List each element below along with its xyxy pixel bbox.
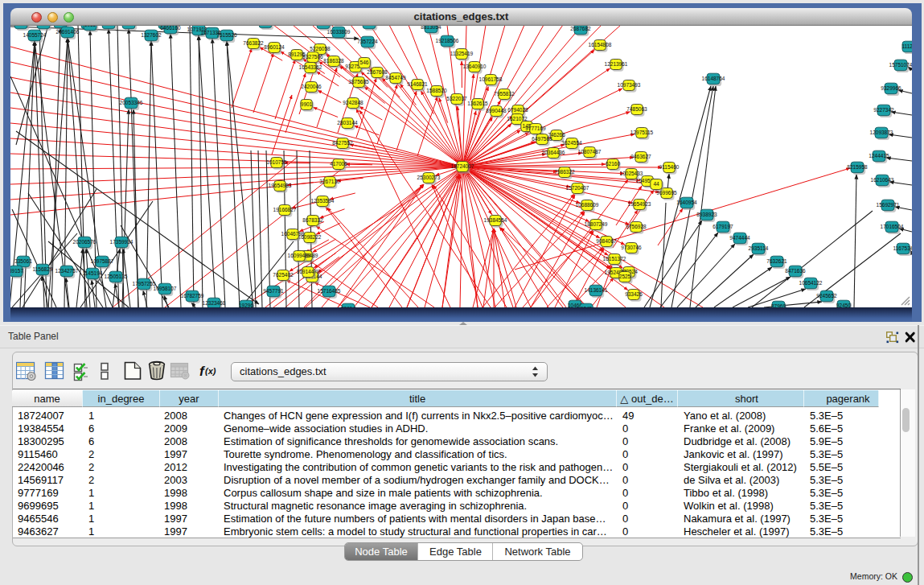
svg-text:9227342: 9227342 xyxy=(873,107,894,113)
svg-text:335061: 335061 xyxy=(14,258,32,264)
svg-text:9084067: 9084067 xyxy=(596,238,617,244)
svg-text:15716485: 15716485 xyxy=(318,288,341,294)
svg-text:20691406: 20691406 xyxy=(56,29,80,35)
svg-text:8938923: 8938923 xyxy=(696,212,717,217)
svg-text:14055724: 14055724 xyxy=(23,32,47,38)
svg-text:9329966: 9329966 xyxy=(881,85,901,91)
svg-text:16543362: 16543362 xyxy=(299,64,322,70)
svg-text:546: 546 xyxy=(360,60,369,65)
svg-text:10973493: 10973493 xyxy=(618,82,641,88)
svg-text:87969: 87969 xyxy=(771,303,786,307)
svg-text:12323468: 12323468 xyxy=(203,300,226,306)
svg-text:9245: 9245 xyxy=(581,306,593,307)
svg-text:7485063: 7485063 xyxy=(626,106,647,112)
svg-text:2525: 2525 xyxy=(619,274,631,279)
svg-text:16154808: 16154808 xyxy=(589,42,612,47)
svg-text:20206576: 20206576 xyxy=(73,239,97,245)
svg-text:17359934: 17359934 xyxy=(110,239,133,245)
svg-text:8471636: 8471636 xyxy=(785,268,806,274)
svg-text:1640954: 1640954 xyxy=(676,200,697,205)
svg-text:14136141: 14136141 xyxy=(585,287,608,293)
svg-text:5226058: 5226058 xyxy=(310,46,331,51)
svg-text:9327506: 9327506 xyxy=(302,54,323,60)
svg-text:19166827: 19166827 xyxy=(273,207,297,212)
svg-text:9457791: 9457791 xyxy=(263,288,284,294)
svg-text:25300273: 25300273 xyxy=(417,175,441,180)
svg-text:18724007: 18724007 xyxy=(451,163,474,169)
svg-text:12213961: 12213961 xyxy=(605,61,628,67)
svg-text:1621072: 1621072 xyxy=(507,116,528,122)
svg-text:3267130: 3267130 xyxy=(319,179,340,184)
svg-text:1167534: 1167534 xyxy=(893,245,912,251)
svg-text:10688609: 10688609 xyxy=(576,202,599,208)
svg-text:39157: 39157 xyxy=(10,268,23,274)
svg-text:6497568: 6497568 xyxy=(532,136,552,142)
svg-text:8186328: 8186328 xyxy=(323,58,344,64)
svg-text:11325419: 11325419 xyxy=(450,51,474,56)
svg-text:10654122: 10654122 xyxy=(799,280,823,286)
svg-text:20914: 20914 xyxy=(341,306,355,307)
svg-text:3875685: 3875685 xyxy=(348,79,369,84)
svg-text:19654983: 19654983 xyxy=(269,183,292,188)
svg-text:44: 44 xyxy=(653,181,659,187)
svg-text:12975115: 12975115 xyxy=(630,130,654,135)
svg-text:18807249: 18807249 xyxy=(585,221,608,227)
svg-text:19384554: 19384554 xyxy=(484,217,507,223)
svg-text:10975887: 10975887 xyxy=(91,258,114,264)
svg-text:9242848: 9242848 xyxy=(343,100,363,105)
svg-text:12353594: 12353594 xyxy=(311,198,335,204)
svg-text:9730746: 9730746 xyxy=(621,245,642,250)
svg-text:19654923: 19654923 xyxy=(628,201,651,207)
svg-text:1010755: 1010755 xyxy=(266,159,287,165)
svg-text:6794028: 6794028 xyxy=(507,107,528,113)
svg-text:9146821: 9146821 xyxy=(407,81,428,87)
svg-text:1362615: 1362615 xyxy=(467,101,488,106)
svg-text:6179197: 6179197 xyxy=(713,224,733,229)
svg-text:7663822: 7663822 xyxy=(243,40,264,46)
svg-text:15720407: 15720407 xyxy=(566,185,589,191)
svg-text:62160: 62160 xyxy=(606,161,620,167)
svg-text:10961758: 10961758 xyxy=(479,76,503,82)
svg-text:7632621: 7632621 xyxy=(766,258,787,264)
svg-text:16914479: 16914479 xyxy=(297,269,320,274)
svg-text:15692971: 15692971 xyxy=(877,202,900,208)
svg-text:1244415: 1244415 xyxy=(869,153,889,159)
svg-text:8990448: 8990448 xyxy=(486,108,507,113)
svg-text:1588520: 1588520 xyxy=(426,88,447,93)
svg-text:7955812: 7955812 xyxy=(494,91,515,97)
svg-text:16148764: 16148764 xyxy=(702,76,725,81)
svg-text:9245652: 9245652 xyxy=(816,293,837,299)
svg-text:2867608: 2867608 xyxy=(367,69,388,75)
svg-text:10807487: 10807487 xyxy=(578,149,602,154)
svg-text:12342757: 12342757 xyxy=(55,268,79,274)
svg-text:13640910: 13640910 xyxy=(463,64,487,69)
svg-text:8215958: 8215958 xyxy=(847,164,868,170)
svg-text:(x): (x) xyxy=(205,366,216,376)
svg-text:9777169: 9777169 xyxy=(525,126,546,131)
svg-text:2687682: 2687682 xyxy=(570,26,591,31)
svg-text:7625402: 7625402 xyxy=(273,272,294,278)
svg-text:8427552: 8427552 xyxy=(332,140,353,146)
svg-text:16046798: 16046798 xyxy=(281,231,305,237)
svg-text:2803144: 2803144 xyxy=(337,120,358,126)
svg-text:20053346: 20053346 xyxy=(120,100,143,105)
svg-text:10958107: 10958107 xyxy=(154,286,177,291)
svg-text:16099489: 16099489 xyxy=(288,253,311,258)
svg-text:2420046: 2420046 xyxy=(301,84,322,89)
svg-text:3624554: 3624554 xyxy=(561,140,582,146)
svg-text:417006: 417006 xyxy=(330,161,347,167)
svg-text:12093873: 12093873 xyxy=(870,130,893,135)
svg-text:1156829: 1156829 xyxy=(33,266,53,272)
svg-text:16033809: 16033809 xyxy=(327,29,351,35)
svg-text:5322037: 5322037 xyxy=(446,96,467,101)
svg-text:19296: 19296 xyxy=(239,303,253,307)
svg-text:8960124: 8960124 xyxy=(264,44,285,50)
svg-text:16782759: 16782759 xyxy=(181,293,204,299)
svg-text:10025433: 10025433 xyxy=(620,171,643,176)
svg-text:20364436: 20364436 xyxy=(542,150,565,155)
svg-text:15751074: 15751074 xyxy=(889,62,912,68)
svg-text:17957255: 17957255 xyxy=(133,281,156,286)
svg-text:1145194: 1145194 xyxy=(83,270,103,276)
svg-text:9474444: 9474444 xyxy=(729,235,750,241)
svg-text:2935114: 2935114 xyxy=(749,245,769,251)
